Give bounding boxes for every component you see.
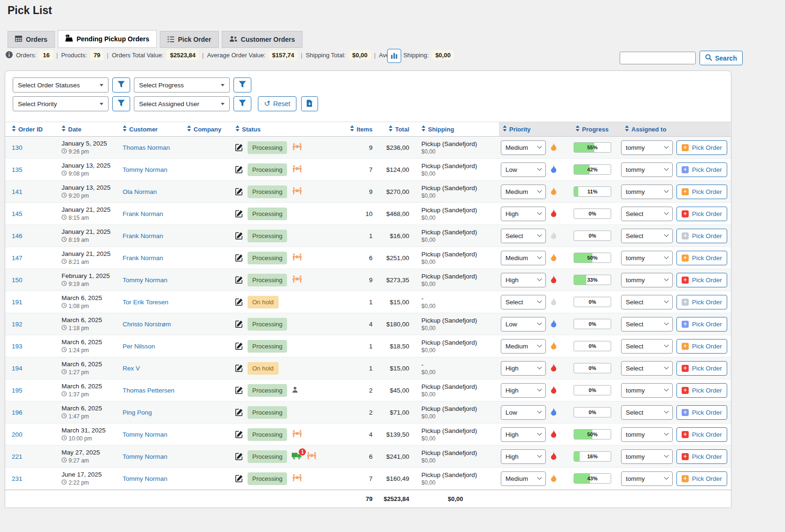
customer-link[interactable]: Tommy Norman [123, 453, 167, 460]
order-statuses-select[interactable]: Select Order Statuses [13, 77, 109, 93]
edit-status-icon[interactable] [235, 210, 243, 217]
filter-progress-button[interactable] [233, 77, 251, 93]
assigned-select[interactable]: Select [621, 295, 673, 309]
priority-select[interactable]: High [501, 383, 546, 398]
order-id-link[interactable]: 192 [12, 321, 23, 328]
filter-priority-button[interactable] [112, 96, 130, 111]
assigned-select[interactable]: tommy [621, 162, 673, 177]
column-header-company[interactable]: Company [187, 122, 235, 136]
pick-order-button[interactable]: + Pick Order [676, 229, 727, 243]
order-id-link[interactable]: 221 [12, 453, 23, 460]
tab-orders[interactable]: Orders [8, 31, 55, 48]
order-id-link[interactable]: 200 [12, 431, 23, 438]
assigned-user-filter-select[interactable]: Select Assigned User [134, 96, 230, 111]
assigned-select[interactable]: Select [621, 207, 673, 221]
order-id-link[interactable]: 135 [12, 166, 23, 173]
pick-order-button[interactable]: + Pick Order [676, 207, 727, 221]
pick-order-button[interactable]: + Pick Order [676, 140, 727, 155]
progress-filter-select[interactable]: Select Progress [134, 77, 230, 93]
column-header-progress[interactable]: Progress [572, 122, 621, 136]
assigned-select[interactable]: tommy [621, 383, 673, 398]
edit-status-icon[interactable] [235, 166, 243, 173]
assigned-select[interactable]: tommy [621, 471, 673, 486]
column-header-items[interactable]: Items [353, 122, 375, 136]
assigned-select[interactable]: Select [621, 339, 673, 354]
column-header-total[interactable]: Total [375, 122, 412, 136]
edit-status-icon[interactable] [235, 232, 243, 239]
priority-select[interactable]: High [501, 427, 546, 442]
export-button[interactable] [301, 96, 318, 111]
tab-pick-order[interactable]: Pick Order [160, 31, 219, 48]
order-id-link[interactable]: 195 [12, 387, 23, 394]
pick-order-button[interactable]: + Pick Order [676, 295, 727, 309]
assigned-select[interactable]: Select [621, 405, 673, 420]
priority-select[interactable]: Medium [501, 471, 546, 486]
search-input[interactable] [620, 52, 696, 64]
order-id-link[interactable]: 193 [12, 343, 23, 350]
reset-button[interactable]: ↺ Reset [258, 96, 296, 111]
order-id-link[interactable]: 196 [12, 409, 23, 416]
column-header-status[interactable]: Status [235, 122, 353, 136]
assigned-select[interactable]: Select [621, 229, 673, 243]
column-header-priority[interactable]: Priority [499, 122, 572, 136]
priority-select[interactable]: Medium [501, 140, 546, 155]
edit-status-icon[interactable] [235, 254, 243, 262]
priority-select[interactable]: Low [501, 405, 546, 420]
priority-filter-select[interactable]: Select Priority [13, 96, 109, 111]
column-header-date[interactable]: Date [62, 122, 123, 136]
pick-order-button[interactable]: + Pick Order [676, 405, 727, 420]
edit-status-icon[interactable] [235, 188, 243, 195]
customer-link[interactable]: Ola Norman [123, 188, 157, 195]
customer-link[interactable]: Thomas Pettersen [123, 387, 174, 394]
pick-order-button[interactable]: + Pick Order [676, 162, 727, 177]
search-button[interactable]: Search [700, 51, 743, 65]
customer-link[interactable]: Thomas Norman [123, 144, 170, 151]
customer-link[interactable]: Tommy Norman [123, 166, 167, 173]
order-id-link[interactable]: 141 [12, 188, 23, 195]
customer-link[interactable]: Frank Norman [123, 254, 163, 262]
edit-status-icon[interactable] [235, 431, 243, 438]
pick-order-button[interactable]: + Pick Order [676, 427, 727, 442]
assigned-select[interactable]: tommy [621, 140, 673, 155]
order-id-link[interactable]: 191 [12, 299, 23, 306]
chart-button[interactable] [387, 49, 401, 63]
edit-status-icon[interactable] [235, 298, 243, 306]
edit-status-icon[interactable] [235, 320, 243, 328]
customer-link[interactable]: Rex V [123, 365, 140, 372]
edit-status-icon[interactable] [235, 364, 243, 372]
assigned-select[interactable]: Select [621, 361, 673, 376]
edit-status-icon[interactable] [235, 276, 243, 284]
tab-pending-pickup-orders[interactable]: Pending Pickup Orders [58, 30, 157, 48]
order-id-link[interactable]: 194 [12, 365, 23, 372]
order-id-link[interactable]: 146 [12, 232, 23, 239]
edit-status-icon[interactable] [235, 453, 243, 460]
pick-order-button[interactable]: + Pick Order [676, 185, 727, 199]
column-header-customer[interactable]: Customer [123, 122, 187, 136]
pick-order-button[interactable]: + Pick Order [676, 383, 727, 398]
customer-link[interactable]: Per Nilsson [123, 343, 155, 350]
tab-customer-orders[interactable]: Customer Orders [222, 31, 303, 48]
priority-select[interactable]: Select [501, 229, 546, 243]
order-id-link[interactable]: 231 [12, 475, 23, 482]
order-id-link[interactable]: 145 [12, 210, 23, 217]
priority-select[interactable]: Medium [501, 251, 546, 265]
customer-link[interactable]: Tor Erik Toresen [123, 299, 168, 306]
customer-link[interactable]: Christo Norstrøm [123, 321, 171, 328]
filter-statuses-button[interactable] [112, 77, 130, 93]
edit-status-icon[interactable] [235, 342, 243, 350]
order-id-link[interactable]: 150 [12, 277, 23, 284]
column-header-shipping[interactable]: Shipping [412, 122, 499, 136]
edit-status-icon[interactable] [235, 409, 243, 416]
column-header-assigned-to[interactable]: Assigned to [621, 122, 676, 136]
customer-link[interactable]: Frank Norman [123, 232, 163, 239]
filter-assigned-user-button[interactable] [233, 96, 251, 111]
pick-order-button[interactable]: + Pick Order [676, 273, 727, 287]
priority-select[interactable]: Low [501, 317, 546, 332]
pick-order-button[interactable]: + Pick Order [676, 317, 727, 332]
priority-select[interactable]: Low [501, 162, 546, 177]
priority-select[interactable]: High [501, 449, 546, 464]
edit-status-icon[interactable] [235, 386, 243, 394]
priority-select[interactable]: High [501, 207, 546, 221]
assigned-select[interactable]: tommy [621, 185, 673, 199]
edit-status-icon[interactable] [235, 475, 243, 482]
